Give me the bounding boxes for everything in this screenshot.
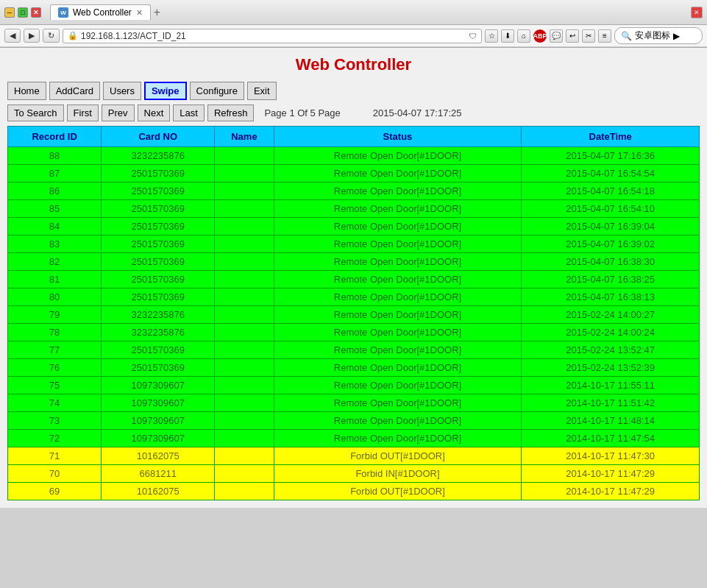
table-row[interactable]: 762501570369Remote Open Door[#1DOOR]2015… [8,359,700,377]
cell-1: 2501570369 [102,200,215,218]
cell-3: Remote Open Door[#1DOOR] [274,306,522,324]
cell-2 [215,359,274,377]
download-icon[interactable]: ⬇ [501,29,514,43]
table-row[interactable]: 842501570369Remote Open Door[#1DOOR]2015… [8,218,700,235]
cell-1: 1097309607 [102,430,215,447]
home-nav-icon[interactable]: ⌂ [517,29,530,43]
cell-2 [215,271,274,288]
new-tab-button[interactable]: + [154,6,160,19]
cell-2 [215,377,274,394]
nav-bar: ◀ ▶ ↻ 🔒 192.168.1.123/ACT_ID_21 🛡 ☆ ⬇ ⌂ … [0,25,707,47]
address-bar[interactable]: 🔒 192.168.1.123/ACT_ID_21 🛡 [63,29,482,43]
cell-1: 10162075 [102,447,215,465]
table-row[interactable]: 783232235876Remote Open Door[#1DOOR]2015… [8,324,700,341]
table-row[interactable]: 793232235876Remote Open Door[#1DOOR]2015… [8,306,700,324]
table-row[interactable]: 832501570369Remote Open Door[#1DOOR]2015… [8,235,700,253]
tab-close-button[interactable]: ✕ [136,8,143,18]
cell-2 [215,430,274,447]
table-row[interactable]: 883232235876Remote Open Door[#1DOOR]2015… [8,147,700,165]
cell-0: 87 [8,165,102,183]
home-button[interactable]: Home [7,82,46,100]
undo-icon[interactable]: ↩ [566,29,579,43]
table-row[interactable]: 751097309607Remote Open Door[#1DOOR]2014… [8,377,700,394]
table-row[interactable]: 802501570369Remote Open Door[#1DOOR]2015… [8,288,700,306]
configure-button[interactable]: Configure [190,82,244,100]
header-name: Name [215,127,274,147]
cell-4: 2014-10-17 11:51:42 [522,394,700,412]
cell-4: 2015-02-24 13:52:47 [522,341,700,359]
cell-1: 10162075 [102,483,215,500]
table-header-row: Record ID Card NO Name Status DateTime [8,127,700,147]
chat-icon[interactable]: 💬 [550,29,563,43]
bookmark-icon[interactable]: ☆ [485,29,498,43]
back-button[interactable]: ◀ [4,29,21,43]
table-row[interactable]: 731097309607Remote Open Door[#1DOOR]2014… [8,412,700,430]
close-button[interactable]: ✕ [31,7,41,18]
cell-1: 2501570369 [102,341,215,359]
cell-1: 1097309607 [102,394,215,412]
table-row[interactable]: 822501570369Remote Open Door[#1DOOR]2015… [8,253,700,271]
next-button[interactable]: Next [138,105,171,121]
to-search-button[interactable]: To Search [7,105,64,121]
exit-button[interactable]: Exit [247,82,277,100]
table-row[interactable]: 741097309607Remote Open Door[#1DOOR]2014… [8,394,700,412]
cell-1: 1097309607 [102,412,215,430]
cell-1: 3232235876 [102,306,215,324]
table-row[interactable]: 872501570369Remote Open Door[#1DOOR]2015… [8,165,700,183]
cell-2 [215,183,274,200]
search-bar[interactable]: 🔍 安卓图标 ▶ [614,27,703,44]
cell-3: Remote Open Door[#1DOOR] [274,394,522,412]
cell-1: 2501570369 [102,218,215,235]
cell-3: Remote Open Door[#1DOOR] [274,253,522,271]
title-close-btn[interactable]: ✕ [691,7,703,18]
cell-3: Remote Open Door[#1DOOR] [274,200,522,218]
cell-4: 2015-04-07 16:38:30 [522,253,700,271]
add-card-button[interactable]: AddCard [49,82,100,100]
table-row[interactable]: 852501570369Remote Open Door[#1DOOR]2015… [8,200,700,218]
nav-buttons: Home AddCard Users Swipe Configure Exit [7,82,700,100]
cell-4: 2015-02-24 14:00:27 [522,306,700,324]
active-tab[interactable]: W Web Controller ✕ [50,4,151,20]
cell-0: 78 [8,324,102,341]
datetime-info: 2015-04-07 17:17:25 [373,107,462,118]
shield-icon: 🛡 [469,32,477,40]
table-row[interactable]: 862501570369Remote Open Door[#1DOOR]2015… [8,183,700,200]
cell-4: 2014-10-17 11:47:29 [522,483,700,500]
refresh-button[interactable]: Refresh [207,105,255,121]
users-button[interactable]: Users [103,82,141,100]
restore-button[interactable]: □ [18,7,28,18]
table-row[interactable]: 706681211Forbid IN[#1DOOR]2014-10-17 11:… [8,465,700,483]
first-button[interactable]: First [67,105,99,121]
menu-icon[interactable]: ≡ [598,29,611,43]
cell-2 [215,394,274,412]
swipe-button[interactable]: Swipe [144,82,187,100]
prev-button[interactable]: Prev [102,105,135,121]
minimize-button[interactable]: ─ [4,7,15,18]
cell-0: 85 [8,200,102,218]
table-row[interactable]: 6910162075Forbid OUT[#1DOOR]2014-10-17 1… [8,483,700,500]
cell-4: 2014-10-17 11:48:14 [522,412,700,430]
cell-4: 2015-04-07 16:38:13 [522,288,700,306]
ssl-icon: 🔒 [68,31,78,40]
table-row[interactable]: 7110162075Forbid OUT[#1DOOR]2014-10-17 1… [8,447,700,465]
forward-button[interactable]: ▶ [24,29,40,43]
reload-button[interactable]: ↻ [43,29,60,43]
cell-0: 88 [8,147,102,165]
cell-4: 2014-10-17 11:47:30 [522,447,700,465]
cell-2 [215,253,274,271]
table-row[interactable]: 772501570369Remote Open Door[#1DOOR]2015… [8,341,700,359]
title-bar: ─ □ ✕ W Web Controller ✕ + ✕ [0,0,707,25]
cell-1: 3232235876 [102,324,215,341]
cell-4: 2015-04-07 16:38:25 [522,271,700,288]
cut-icon[interactable]: ✂ [582,29,595,43]
cell-1: 2501570369 [102,235,215,253]
cell-0: 72 [8,430,102,447]
cell-0: 77 [8,341,102,359]
cell-4: 2015-04-07 17:16:36 [522,147,700,165]
last-button[interactable]: Last [173,105,205,121]
table-row[interactable]: 812501570369Remote Open Door[#1DOOR]2015… [8,271,700,288]
abp-icon[interactable]: ABP [533,29,547,43]
header-status: Status [274,127,522,147]
cell-0: 76 [8,359,102,377]
table-row[interactable]: 721097309607Remote Open Door[#1DOOR]2014… [8,430,700,447]
